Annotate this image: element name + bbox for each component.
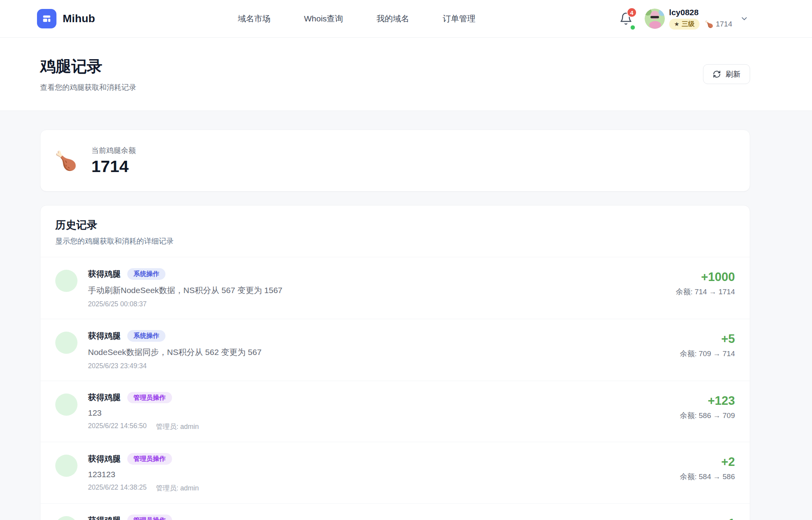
chevron-down-icon [740,14,749,23]
history-record-row: 获得鸡腿 系统操作 NodeSeek数据同步，NS积分从 562 变更为 567… [40,319,750,381]
record-amounts: +123 余额: 586 → 709 [680,392,735,421]
record-amount: +2 [680,455,735,469]
record-title: 获得鸡腿 [88,515,121,520]
main-nav: 域名市场 Whois查询 我的域名 订单管理 [238,0,475,37]
record-main: 获得鸡腿 系统操作 手动刷新NodeSeek数据，NS积分从 567 变更为 1… [88,268,666,308]
refresh-label: 刷新 [726,69,740,79]
page: Mihub 域名市场 Whois查询 我的域名 订单管理 4 [0,0,812,520]
nav-domain-market[interactable]: 域名市场 [238,13,271,24]
page-subtitle: 查看您的鸡腿获取和消耗记录 [40,83,136,93]
record-type-icon [55,455,77,477]
drumstick-count: 🍗1714 [705,20,732,28]
record-timestamp: 2025/6/25 00:08:37 [88,300,147,308]
navbar: Mihub 域名市场 Whois查询 我的域名 订单管理 4 [0,0,812,38]
history-list: 获得鸡腿 系统操作 手动刷新NodeSeek数据，NS积分从 567 变更为 1… [40,257,750,520]
nav-whois-lookup[interactable]: Whois查询 [304,13,343,24]
record-title: 获得鸡腿 [88,269,121,279]
record-description: 123123 [88,470,670,479]
history-title: 历史记录 [55,218,735,232]
brand[interactable]: Mihub [37,9,95,28]
history-record-row: 获得鸡腿 系统操作 手动刷新NodeSeek数据，NS积分从 567 变更为 1… [40,257,750,319]
record-amounts: +1000 余额: 714 → 1714 [676,268,735,297]
record-balance-change: 余额: 709 → 714 [680,349,735,359]
user-info: lcy0828 ★三级 🍗1714 [669,8,732,29]
record-main: 获得鸡腿 管理员操作 123 2025/6/22 14:56:50 管理员: a… [88,392,670,432]
record-meta: 2025/6/22 14:38:25 管理员: admin [88,483,670,493]
refresh-button[interactable]: 刷新 [703,64,750,84]
navbar-right: 4 lcy0828 ★三级 [618,8,749,29]
history-header: 历史记录 显示您的鸡腿获取和消耗的详细记录 [40,206,750,257]
record-source-badge: 管理员操作 [127,515,172,520]
record-source-badge: 系统操作 [127,268,165,280]
record-admin: 管理员: admin [156,483,199,493]
page-header: 鸡腿记录 查看您的鸡腿获取和消耗记录 刷新 [0,38,812,111]
record-amount: +1000 [676,270,735,284]
record-type-icon [55,332,77,354]
brand-name: Mihub [63,12,95,25]
record-title: 获得鸡腿 [88,330,121,341]
record-main: 获得鸡腿 管理员操作 123 [88,515,670,520]
page-header-text: 鸡腿记录 查看您的鸡腿获取和消耗记录 [40,56,136,93]
refresh-icon [713,70,721,78]
record-main: 获得鸡腿 管理员操作 123123 2025/6/22 14:38:25 管理员… [88,453,670,493]
record-balance-change: 余额: 714 → 1714 [676,287,735,297]
record-meta: 2025/6/22 14:56:50 管理员: admin [88,422,670,431]
record-amounts: +1 余额: 583 → 584 [680,515,735,520]
record-description: 手动刷新NodeSeek数据，NS积分从 567 变更为 1567 [88,285,666,296]
record-meta: 2025/6/25 00:08:37 [88,300,666,308]
avatar [645,9,665,29]
record-amounts: +2 余额: 584 → 586 [680,453,735,482]
record-timestamp: 2025/6/22 14:38:25 [88,483,147,493]
drumstick-icon: 🍗 [705,20,713,28]
star-icon: ★ [674,21,679,28]
record-type-icon [55,516,77,520]
record-amount: +1 [680,516,735,520]
balance-label: 当前鸡腿余额 [91,146,136,156]
nav-my-domains[interactable]: 我的域名 [376,13,409,24]
record-balance-change: 余额: 584 → 586 [680,472,735,482]
nav-order-management[interactable]: 订单管理 [443,13,475,24]
user-menu[interactable]: lcy0828 ★三级 🍗1714 [645,8,749,29]
notification-count-badge: 4 [627,7,637,18]
notifications-button[interactable]: 4 [618,10,634,27]
mihub-logo-icon [37,9,56,28]
record-title: 获得鸡腿 [88,392,121,403]
balance-value: 1714 [91,157,136,176]
user-meta: ★三级 🍗1714 [669,19,732,30]
record-type-icon [55,270,77,292]
level-badge: ★三级 [669,19,700,30]
record-source-badge: 系统操作 [127,330,165,342]
record-description: NodeSeek数据同步，NS积分从 562 变更为 567 [88,347,670,358]
balance-card: 🍗 当前鸡腿余额 1714 [40,130,750,191]
record-amount: +123 [680,394,735,408]
record-admin: 管理员: admin [156,422,199,431]
drumstick-icon: 🍗 [54,151,77,170]
page-title: 鸡腿记录 [40,56,136,77]
balance-info: 当前鸡腿余额 1714 [91,146,136,176]
history-subtitle: 显示您的鸡腿获取和消耗的详细记录 [55,236,735,246]
record-balance-change: 余额: 586 → 709 [680,411,735,421]
record-description: 123 [88,408,670,418]
user-name: lcy0828 [669,8,732,17]
record-source-badge: 管理员操作 [127,453,172,465]
record-title: 获得鸡腿 [88,453,121,464]
record-source-badge: 管理员操作 [127,392,172,404]
level-label: 三级 [682,20,694,28]
record-amount: +5 [680,332,735,346]
online-status-dot [630,25,636,30]
record-main: 获得鸡腿 系统操作 NodeSeek数据同步，NS积分从 562 变更为 567… [88,330,670,370]
history-record-row: 获得鸡腿 管理员操作 123123 2025/6/22 14:38:25 管理员… [40,442,750,503]
record-amounts: +5 余额: 709 → 714 [680,330,735,359]
main-content: 🍗 当前鸡腿余额 1714 历史记录 显示您的鸡腿获取和消耗的详细记录 获得鸡腿… [0,111,812,520]
history-record-row: 获得鸡腿 管理员操作 123 +1 余额: 583 → 584 [40,503,750,520]
history-card: 历史记录 显示您的鸡腿获取和消耗的详细记录 获得鸡腿 系统操作 手动刷新Node… [40,205,750,520]
drumstick-value: 1714 [716,20,732,28]
record-meta: 2025/6/23 23:49:34 [88,362,670,370]
record-timestamp: 2025/6/22 14:56:50 [88,422,147,431]
record-type-icon [55,394,77,416]
history-record-row: 获得鸡腿 管理员操作 123 2025/6/22 14:56:50 管理员: a… [40,381,750,442]
record-timestamp: 2025/6/23 23:49:34 [88,362,147,370]
